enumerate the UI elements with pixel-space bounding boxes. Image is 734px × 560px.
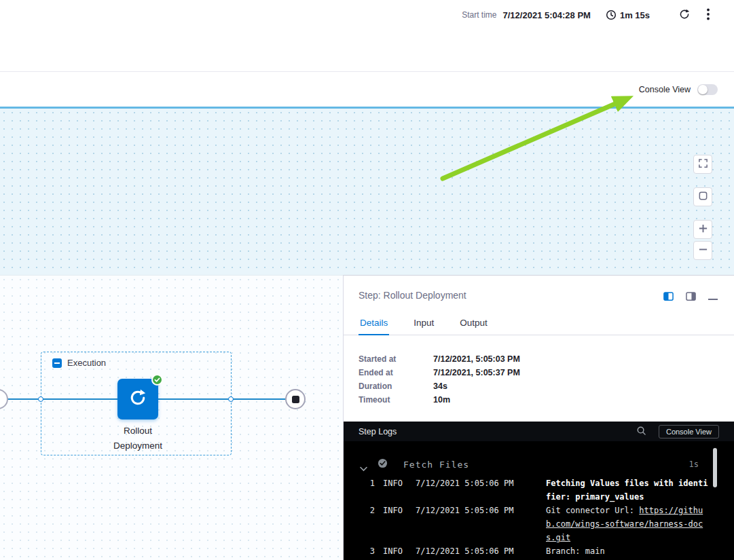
step-panel-tabs: Details Input Output bbox=[344, 313, 734, 335]
clock-icon bbox=[606, 10, 617, 20]
zoom-in-button[interactable] bbox=[693, 220, 712, 239]
detail-row: Duration 34s bbox=[359, 379, 719, 393]
log-console: Fetch Files 1s 1 INFO 7/12/2021 5:05:06 … bbox=[344, 441, 734, 560]
view-toolbar: Console View bbox=[0, 72, 734, 109]
execution-group-label: Execution bbox=[67, 358, 106, 368]
log-line: 3 INFO 7/12/2021 5:05:06 PM Branch: main bbox=[368, 544, 714, 558]
detail-label: Ended at bbox=[359, 368, 433, 377]
detail-row: Ended at 7/12/2021, 5:05:37 PM bbox=[359, 366, 719, 379]
execution-meta: Start time 7/12/2021 5:04:28 PM 1m 15s bbox=[462, 5, 711, 24]
refresh-icon bbox=[678, 8, 691, 22]
step-details-list: Started at 7/12/2021, 5:05:03 PM Ended a… bbox=[359, 352, 719, 407]
chevron-down-icon[interactable] bbox=[360, 462, 367, 474]
execution-duration: 1m 15s bbox=[620, 10, 650, 20]
connection-point-right bbox=[228, 396, 234, 402]
detail-value: 10m bbox=[433, 395, 450, 405]
start-time-label: Start time bbox=[462, 10, 496, 20]
fit-view-icon bbox=[698, 191, 708, 203]
connection-point-left bbox=[38, 396, 43, 402]
log-lines: 1 INFO 7/12/2021 5:05:06 PM Fetching Val… bbox=[368, 477, 714, 558]
detail-value: 7/12/2021, 5:05:03 PM bbox=[433, 354, 520, 364]
log-message: Fetching Values files with identifier: p… bbox=[546, 477, 709, 504]
detail-label: Timeout bbox=[359, 395, 433, 405]
search-icon bbox=[636, 426, 646, 438]
layout-left-button[interactable] bbox=[662, 290, 675, 305]
step-logs-bar: Step Logs Console View bbox=[344, 422, 734, 441]
detail-label: Started at bbox=[359, 354, 433, 364]
execution-header: Start time 7/12/2021 5:04:28 PM 1m 15s bbox=[0, 0, 734, 72]
tab-details[interactable]: Details bbox=[359, 313, 389, 335]
pipeline-canvas-upper[interactable] bbox=[0, 109, 734, 275]
start-time-value: 7/12/2021 5:04:28 PM bbox=[503, 10, 591, 20]
detail-row: Started at 7/12/2021, 5:05:03 PM bbox=[359, 352, 719, 366]
log-console-view-button[interactable]: Console View bbox=[659, 425, 719, 438]
step-details-panel: Step: Rollout Deployment Details Input bbox=[343, 275, 734, 560]
pipeline-end-node[interactable] bbox=[285, 389, 306, 409]
panel-header-controls bbox=[662, 290, 719, 305]
layout-right-button[interactable] bbox=[684, 290, 697, 305]
stop-node-icon bbox=[292, 396, 299, 403]
log-search-button[interactable] bbox=[635, 424, 648, 439]
check-circle-icon bbox=[378, 458, 388, 471]
zoom-out-icon bbox=[698, 244, 708, 257]
kebab-menu-icon bbox=[707, 8, 710, 22]
toggle-knob bbox=[698, 85, 708, 94]
log-line: 1 INFO 7/12/2021 5:05:06 PM Fetching Val… bbox=[368, 477, 714, 504]
rollout-deployment-node[interactable] bbox=[117, 379, 158, 419]
log-line: 2 INFO 7/12/2021 5:05:06 PM Git connecto… bbox=[368, 504, 714, 544]
fullscreen-button[interactable] bbox=[693, 155, 712, 174]
zoom-out-button[interactable] bbox=[693, 241, 712, 260]
log-message: Git connector Url: https://github.com/wi… bbox=[546, 504, 709, 544]
fit-view-button[interactable] bbox=[693, 187, 712, 206]
refresh-button[interactable] bbox=[677, 7, 692, 24]
layout-left-icon bbox=[663, 291, 674, 303]
pipeline-execution-page: Start time 7/12/2021 5:04:28 PM 1m 15s C… bbox=[0, 0, 734, 560]
node-label: Rollout Deployment bbox=[90, 424, 186, 453]
detail-value: 7/12/2021, 5:05:37 PM bbox=[433, 368, 520, 377]
execution-group-header: Execution bbox=[41, 352, 231, 368]
minimize-panel-button[interactable] bbox=[707, 291, 719, 304]
collapse-group-checkbox[interactable] bbox=[52, 358, 62, 368]
console-view-label: Console View bbox=[639, 85, 691, 94]
zoom-in-icon bbox=[698, 223, 708, 236]
tab-output[interactable]: Output bbox=[458, 313, 489, 335]
fullscreen-icon bbox=[698, 158, 708, 170]
detail-label: Duration bbox=[359, 381, 433, 391]
log-section-title[interactable]: Fetch Files bbox=[403, 460, 469, 470]
log-scrollbar[interactable] bbox=[713, 448, 717, 487]
layout-right-icon bbox=[686, 291, 696, 303]
minimize-icon bbox=[708, 293, 718, 303]
rollout-refresh-icon bbox=[128, 388, 147, 410]
detail-value: 34s bbox=[433, 381, 447, 391]
console-view-toggle[interactable] bbox=[697, 84, 718, 95]
step-panel-title: Step: Rollout Deployment bbox=[359, 290, 466, 301]
success-check-icon bbox=[151, 374, 163, 386]
log-section-duration: 1s bbox=[689, 460, 699, 469]
detail-row: Timeout 10m bbox=[359, 393, 719, 407]
step-logs-title: Step Logs bbox=[359, 427, 397, 436]
kebab-menu-button[interactable] bbox=[705, 7, 711, 24]
log-section-header: Fetch Files 1s bbox=[344, 456, 734, 474]
step-logs-controls: Console View bbox=[635, 424, 719, 439]
tab-input[interactable]: Input bbox=[412, 313, 435, 335]
log-message: Branch: main bbox=[546, 544, 709, 558]
